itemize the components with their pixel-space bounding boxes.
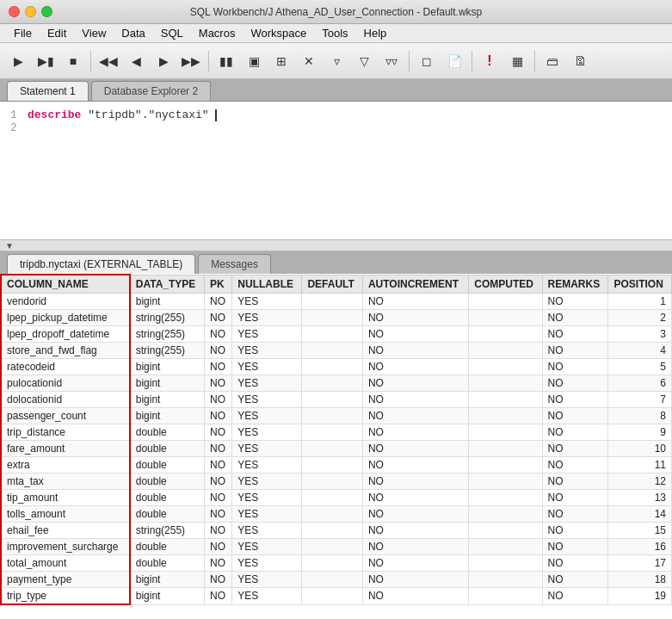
table-row[interactable]: lpep_pickup_datetimestring(255)NOYESNONO… xyxy=(1,310,672,326)
cell-computed xyxy=(469,572,542,588)
cell-default xyxy=(302,359,362,375)
sql-keyword-describe: describe xyxy=(28,108,81,121)
tab-db-explorer[interactable]: Database Explorer 2 xyxy=(91,81,211,101)
cell-position: 4 xyxy=(608,343,672,359)
menu-edit[interactable]: Edit xyxy=(40,25,73,41)
sql-editor[interactable]: 1 describe "tripdb"."nyctaxi" 2 xyxy=(0,102,672,239)
first-button[interactable]: ◀◀ xyxy=(96,48,121,74)
prev-button[interactable]: ◀ xyxy=(123,48,149,74)
tab-statement1[interactable]: Statement 1 xyxy=(7,81,89,101)
run-current-button[interactable]: ▶▮ xyxy=(33,48,59,74)
table-row[interactable]: fare_amountdoubleNOYESNONO10 xyxy=(1,441,672,457)
menu-workspace[interactable]: Workspace xyxy=(244,25,313,41)
cell-pk: NO xyxy=(204,457,231,474)
filter2-button[interactable]: ▽ xyxy=(351,48,377,74)
cell-computed xyxy=(469,539,542,555)
maximize-button[interactable] xyxy=(41,6,52,17)
tab-result-table[interactable]: tripdb.nyctaxi (EXTERNAL_TABLE) xyxy=(7,254,195,274)
menu-tools[interactable]: Tools xyxy=(315,25,354,41)
column-header-computed[interactable]: COMPUTED xyxy=(469,275,542,294)
column-header-autoincrement[interactable]: AUTOINCREMENT xyxy=(362,275,468,294)
paste-button[interactable]: 📄 xyxy=(441,48,467,74)
column-header-data_type[interactable]: DATA_TYPE xyxy=(130,275,205,294)
filter3-button[interactable]: ▿▿ xyxy=(379,48,404,74)
copy-button[interactable]: ◻ xyxy=(414,48,440,74)
cell-remarks: NO xyxy=(542,424,608,441)
column-header-position[interactable]: POSITION xyxy=(608,275,672,294)
cell-autoincrement: NO xyxy=(362,588,468,605)
cell-position: 8 xyxy=(608,408,672,424)
table-row[interactable]: store_and_fwd_flagstring(255)NOYESNONO4 xyxy=(1,343,672,359)
table-row[interactable]: mta_taxdoubleNOYESNONO12 xyxy=(1,474,672,490)
table-row[interactable]: vendoridbigintNOYESNONO1 xyxy=(1,294,672,310)
cell-column-name: tolls_amount xyxy=(1,506,130,523)
alert-button[interactable]: ! xyxy=(477,48,502,74)
stop-button[interactable]: ■ xyxy=(60,48,86,74)
cell-computed xyxy=(469,474,542,490)
table-row[interactable]: total_amountdoubleNOYESNONO17 xyxy=(1,555,672,572)
cell-nullable: YES xyxy=(232,539,302,555)
cell-default xyxy=(302,343,362,359)
results-area[interactable]: COLUMN_NAMEDATA_TYPEPKNULLABLEDEFAULTAUT… xyxy=(0,274,672,619)
cell-nullable: YES xyxy=(232,375,302,392)
menu-view[interactable]: View xyxy=(75,25,113,41)
cell-pk: NO xyxy=(204,441,231,457)
table-row[interactable]: payment_typebigintNOYESNONO18 xyxy=(1,572,672,588)
cell-column-name: total_amount xyxy=(1,555,130,572)
table-row[interactable]: tip_amountdoubleNOYESNONO13 xyxy=(1,490,672,506)
table-row[interactable]: improvement_surchargedoubleNOYESNONO16 xyxy=(1,539,672,555)
next-button[interactable]: ▶ xyxy=(151,48,176,74)
minimize-button[interactable] xyxy=(25,6,36,17)
cell-data-type: string(255) xyxy=(130,326,205,343)
menu-macros[interactable]: Macros xyxy=(192,25,243,41)
grid2-button[interactable]: ▣ xyxy=(241,48,267,74)
column-header-remarks[interactable]: REMARKS xyxy=(542,275,608,294)
cell-column-name: payment_type xyxy=(1,572,130,588)
cell-autoincrement: NO xyxy=(362,294,468,310)
table-row[interactable]: extradoubleNOYESNONO11 xyxy=(1,457,672,474)
column-header-column_name[interactable]: COLUMN_NAME xyxy=(1,275,130,294)
editor-line-1: 1 describe "tripdb"."nyctaxi" xyxy=(10,108,662,121)
cell-autoincrement: NO xyxy=(362,424,468,441)
cell-default xyxy=(302,555,362,572)
table-row[interactable]: trip_distancedoubleNOYESNONO9 xyxy=(1,424,672,441)
filter-button[interactable]: ▿ xyxy=(324,48,349,74)
results-table: COLUMN_NAMEDATA_TYPEPKNULLABLEDEFAULTAUT… xyxy=(0,274,672,605)
db-button[interactable]: 🗃 xyxy=(539,48,565,74)
cell-autoincrement: NO xyxy=(362,572,468,588)
scroll-indicator[interactable]: ▼ xyxy=(0,239,672,251)
cell-computed xyxy=(469,441,542,457)
table-row[interactable]: dolocationidbigintNOYESNONO7 xyxy=(1,392,672,408)
cell-pk: NO xyxy=(204,539,231,555)
cell-data-type: double xyxy=(130,441,205,457)
cell-nullable: YES xyxy=(232,457,302,474)
table-row[interactable]: lpep_dropoff_datetimestring(255)NOYESNON… xyxy=(1,326,672,343)
menu-help[interactable]: Help xyxy=(357,25,394,41)
scroll-left-icon[interactable]: ▼ xyxy=(5,241,14,251)
column-header-nullable[interactable]: NULLABLE xyxy=(232,275,302,294)
table-row[interactable]: tolls_amountdoubleNOYESNONO14 xyxy=(1,506,672,523)
table-row[interactable]: ehail_feestring(255)NOYESNONO15 xyxy=(1,523,672,539)
db2-button[interactable]: 🖻 xyxy=(567,48,593,74)
cell-computed xyxy=(469,457,542,474)
cell-default xyxy=(302,441,362,457)
column-header-default[interactable]: DEFAULT xyxy=(302,275,362,294)
column-header-pk[interactable]: PK xyxy=(204,275,231,294)
cell-position: 11 xyxy=(608,457,672,474)
menu-sql[interactable]: SQL xyxy=(154,25,190,41)
grid-button[interactable]: ▮▮ xyxy=(213,48,239,74)
table-row[interactable]: passenger_countbigintNOYESNONO8 xyxy=(1,408,672,424)
menu-file[interactable]: File xyxy=(7,25,39,41)
table-button[interactable]: ⊞ xyxy=(268,48,294,74)
grid3-button[interactable]: ▦ xyxy=(504,48,530,74)
run-button[interactable]: ▶ xyxy=(5,48,31,74)
close-button[interactable] xyxy=(9,6,20,17)
table-row[interactable]: pulocationidbigintNOYESNONO6 xyxy=(1,375,672,392)
delete-button[interactable]: ✕ xyxy=(296,48,322,74)
menu-data[interactable]: Data xyxy=(114,25,151,41)
tab-messages[interactable]: Messages xyxy=(198,254,271,274)
cell-pk: NO xyxy=(204,490,231,506)
table-row[interactable]: ratecodeidbigintNOYESNONO5 xyxy=(1,359,672,375)
last-button[interactable]: ▶▶ xyxy=(178,48,204,74)
table-row[interactable]: trip_typebigintNOYESNONO19 xyxy=(1,588,672,605)
